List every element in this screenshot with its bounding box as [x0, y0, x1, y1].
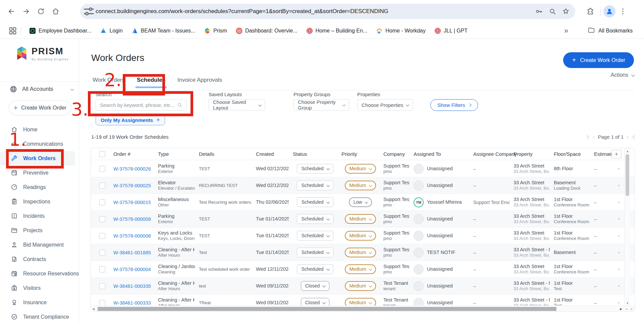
column-header-assignee-company[interactable]: Assignee Company: [469, 151, 509, 157]
order-link[interactable]: W-38461-000333: [113, 300, 151, 306]
sidebar-item-projects[interactable]: Projects: [0, 223, 79, 238]
order-link[interactable]: W-37578-000015: [113, 200, 151, 205]
bookmark-login[interactable]: Login: [97, 26, 126, 36]
scroll-right-icon[interactable]: ▶: [620, 307, 622, 311]
only-my-assignments-button[interactable]: Only My Assignments +: [96, 115, 165, 125]
order-link[interactable]: W-37578-000008: [113, 233, 151, 239]
extensions-icon[interactable]: [583, 4, 598, 19]
scroll-left-icon[interactable]: ◀: [92, 307, 95, 311]
sidebar-item-contracts[interactable]: Contracts: [0, 252, 79, 266]
row-checkbox[interactable]: [99, 266, 105, 272]
order-link[interactable]: W-38461-001885: [113, 250, 151, 255]
row-menu-icon[interactable]: ⋮: [609, 251, 624, 254]
tab-invoice-approvals[interactable]: Invoice Approvals: [176, 75, 223, 88]
status-dropdown[interactable]: Closed: [301, 298, 330, 306]
order-link[interactable]: W-38461-000335: [113, 283, 151, 289]
bookmark-beam-team-issues[interactable]: BEAM Team - Issues...: [128, 26, 199, 36]
scroll-left-icon[interactable]: ◀: [625, 307, 628, 311]
profile-avatar[interactable]: [603, 5, 615, 17]
add-column-button[interactable]: +: [611, 150, 622, 158]
priority-dropdown[interactable]: Medium: [345, 298, 376, 306]
column-header-company[interactable]: Company: [379, 151, 410, 157]
column-header-assigned-to[interactable]: Assigned To: [410, 151, 469, 157]
row-menu-icon[interactable]: ⋮: [609, 284, 624, 287]
row-menu-icon[interactable]: ⋮: [609, 234, 624, 237]
actions-dropdown[interactable]: Actions: [611, 72, 634, 78]
priority-dropdown[interactable]: Medium: [345, 248, 376, 257]
bookmark-jll-gpt[interactable]: JLL | GPT: [431, 26, 471, 36]
row-checkbox[interactable]: [99, 199, 105, 205]
column-header-details[interactable]: Details: [195, 151, 252, 157]
bookmark-home-building-en[interactable]: Home – Building En...: [303, 26, 371, 36]
password-key-icon[interactable]: [532, 5, 546, 18]
saved-layouts-select[interactable]: Choose Saved Layout: [209, 99, 265, 111]
scroll-up-icon[interactable]: ▲: [625, 149, 631, 153]
row-checkbox[interactable]: [99, 166, 105, 172]
horizontal-scroll-thumb[interactable]: [98, 307, 556, 311]
row-checkbox[interactable]: [99, 216, 105, 222]
bookmark-dashboard-overvie[interactable]: Dashboard: Overvie...: [232, 26, 301, 36]
bookmark-home-workday[interactable]: wHome - Workday: [373, 26, 429, 36]
order-link[interactable]: W-37578-000025: [113, 183, 151, 188]
order-link[interactable]: W-37578-000004: [113, 267, 151, 272]
bookmark-employee-dashboar[interactable]: Employee Dashboar...: [26, 26, 95, 36]
sidebar-item-inspections[interactable]: Inspections: [0, 194, 79, 209]
column-header-property[interactable]: Property: [509, 151, 550, 157]
status-dropdown[interactable]: Closed: [301, 281, 330, 291]
priority-dropdown[interactable]: Medium: [345, 181, 376, 190]
back-icon[interactable]: [4, 4, 19, 19]
status-dropdown[interactable]: Scheduled: [297, 231, 333, 241]
show-filters-button[interactable]: Show Filters: [430, 99, 478, 111]
last-page-icon[interactable]: ›|: [632, 134, 635, 140]
priority-dropdown[interactable]: Medium: [345, 264, 376, 274]
sidebar-item-resource-reservations[interactable]: Resource Reservations: [0, 266, 79, 281]
sidebar-item-bid-management[interactable]: Bid Management: [0, 238, 79, 252]
status-dropdown[interactable]: Scheduled: [297, 197, 333, 207]
status-dropdown[interactable]: Scheduled: [297, 164, 333, 174]
priority-dropdown[interactable]: Medium: [345, 231, 376, 241]
row-checkbox[interactable]: [99, 250, 105, 256]
status-dropdown[interactable]: Scheduled: [297, 214, 333, 224]
row-menu-icon[interactable]: ⋮: [609, 201, 624, 204]
reload-icon[interactable]: [34, 4, 48, 19]
account-switcher[interactable]: All Accounts: [9, 83, 73, 95]
row-checkbox[interactable]: [99, 283, 105, 289]
order-link[interactable]: W-37578-000009: [113, 216, 151, 222]
row-checkbox[interactable]: [99, 300, 105, 306]
horizontal-scrollbar[interactable]: ◀ ▶: [91, 306, 624, 312]
row-checkbox[interactable]: [99, 183, 105, 189]
forward-icon[interactable]: [19, 4, 34, 19]
priority-dropdown[interactable]: Medium: [345, 281, 376, 291]
scroll-down-icon[interactable]: ▼: [625, 302, 631, 305]
site-info-icon[interactable]: [82, 5, 96, 18]
all-bookmarks-label[interactable]: All Bookmarks: [598, 28, 633, 34]
url-bar[interactable]: connect.buildingengines.com/work-orders/…: [80, 4, 575, 19]
status-dropdown[interactable]: Scheduled: [297, 264, 333, 274]
prev-page-icon[interactable]: ‹: [593, 134, 595, 140]
row-menu-icon[interactable]: ⋮: [609, 217, 624, 220]
bookmark-prism[interactable]: Prism: [201, 26, 230, 36]
priority-dropdown[interactable]: Medium: [345, 164, 376, 174]
create-work-order-button[interactable]: + Create Work Order: [563, 52, 634, 68]
status-dropdown[interactable]: Scheduled: [297, 248, 333, 257]
row-checkbox[interactable]: [99, 233, 105, 239]
row-menu-icon[interactable]: ⋮: [609, 184, 624, 187]
column-header-type[interactable]: Type: [154, 151, 195, 157]
bookmark-star-icon[interactable]: [559, 5, 573, 18]
browser-menu-icon[interactable]: [615, 4, 630, 19]
sidebar-item-incidents[interactable]: Incidents: [0, 209, 79, 223]
properties-select[interactable]: Choose Properties: [357, 99, 413, 111]
vertical-scroll-thumb[interactable]: [626, 154, 629, 196]
row-menu-icon[interactable]: ⋮: [609, 268, 624, 271]
row-menu-icon[interactable]: ⋮: [609, 301, 624, 304]
home-icon[interactable]: [48, 4, 63, 19]
vertical-scrollbar[interactable]: ▲ ▼: [624, 148, 630, 306]
priority-dropdown[interactable]: Low: [349, 197, 372, 207]
apps-grid-icon[interactable]: [8, 26, 17, 36]
column-header-estimate[interactable]: Estimate: [590, 151, 609, 157]
priority-dropdown[interactable]: Medium: [345, 214, 376, 224]
sidebar-item-tenant-compliance[interactable]: Tenant Compliance: [0, 310, 79, 322]
row-menu-icon[interactable]: ⋮: [609, 167, 624, 170]
status-dropdown[interactable]: Scheduled: [297, 181, 333, 190]
select-all-checkbox[interactable]: [99, 151, 105, 157]
